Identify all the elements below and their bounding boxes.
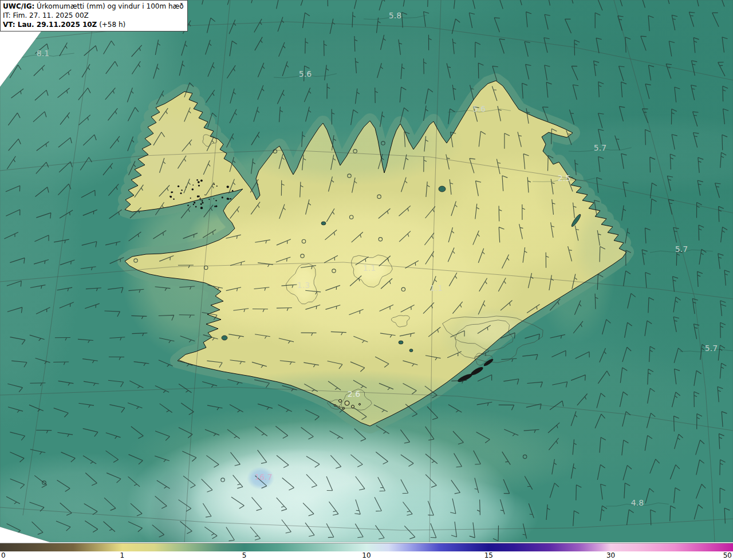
contour-label: 4.8 [631,498,644,507]
lake [409,349,413,352]
islet [199,198,200,199]
colorbar-tick: 0 [1,551,6,559]
lake [222,336,227,340]
colorbar-tick: 1 [120,551,125,559]
islet [198,185,200,187]
colorbar-tick: 30 [606,551,615,559]
islet [228,198,230,200]
title-line-product: UWC/IG: Úrkomumætti (mm) og vindur i 100… [3,2,184,11]
contour-label: 5.6 [299,69,312,78]
contour-label: 5.7 [675,244,688,254]
lake [399,341,403,344]
contour-label: 1.3 [297,281,310,290]
island [345,401,349,405]
colorbar-tick: 50 [723,551,732,559]
islet [208,199,210,200]
islet [200,203,202,205]
contour-label: 5.7 [705,344,718,353]
islet [215,206,217,207]
islet [200,180,203,182]
islet [227,186,229,188]
title-line-init-time: IT: Fim. 27. 11. 2025 00Z [3,11,184,20]
precipitation-colorbar: 01510153050 [0,542,733,560]
islet [187,205,189,207]
islet [230,198,232,200]
model-id: UWC/IG: [3,2,34,10]
islet [204,194,206,195]
lake [321,222,326,225]
islet [195,206,197,208]
islet [200,199,201,200]
islet [192,184,194,186]
islet [202,200,203,202]
islet [232,190,234,192]
contour-label: 2.6 [348,389,360,399]
islet [178,186,179,187]
lake [439,186,446,192]
contour-label: 16.7 [254,472,272,482]
valid-time: VT: Lau. 29.11.2025 10Z [3,21,97,29]
contour-label: 1.1 [430,283,443,293]
weather-map-page: 8.15.85.65.65.72.55.75.71.31.11.12.616.7… [0,0,733,560]
island [339,400,342,403]
islet [200,207,203,209]
colorbar-tick: 5 [242,551,247,559]
islet [214,184,215,185]
islet [170,196,172,198]
islet [196,179,198,181]
island [352,405,354,408]
islet [216,186,218,187]
islet [193,204,194,205]
colorbar-gradient [0,543,733,552]
title-line-valid-time: VT: Lau. 29.11.2025 10Z (+58 h) [3,20,184,29]
islet [180,192,182,194]
islet [222,196,223,198]
contour-label: 5.8 [389,11,401,20]
lead-time: (+58 h) [97,21,125,29]
islet [214,198,215,199]
map-field: 8.15.85.65.65.72.55.75.71.31.11.12.616.7… [0,0,733,543]
contour-label: 1.1 [363,263,376,273]
islet [194,202,195,203]
islet [181,190,182,191]
islet [214,206,215,207]
title-box: UWC/IG: Úrkomumætti (mm) og vindur i 100… [0,0,188,31]
islet [192,188,194,191]
colorbar-tick: 15 [484,551,493,559]
contour-label: 8.1 [37,49,49,58]
islet [202,202,203,203]
contour-label: 5.6 [473,104,486,113]
colorbar-tick-labels: 01510153050 [0,551,733,559]
contour-label: 2.5 [558,173,570,183]
map-canvas: 8.15.85.65.65.72.55.75.71.31.11.12.616.7… [0,0,733,543]
islet [198,181,200,183]
islet [172,191,173,192]
product-name: Úrkomumætti (mm) og vindur i 100m hæð [34,2,183,10]
islet [190,198,191,199]
island [359,404,361,405]
contour-label: 5.7 [594,143,606,152]
islet [215,200,216,201]
islet [198,195,200,197]
islet [173,199,174,200]
colorbar-tick: 10 [362,551,371,559]
